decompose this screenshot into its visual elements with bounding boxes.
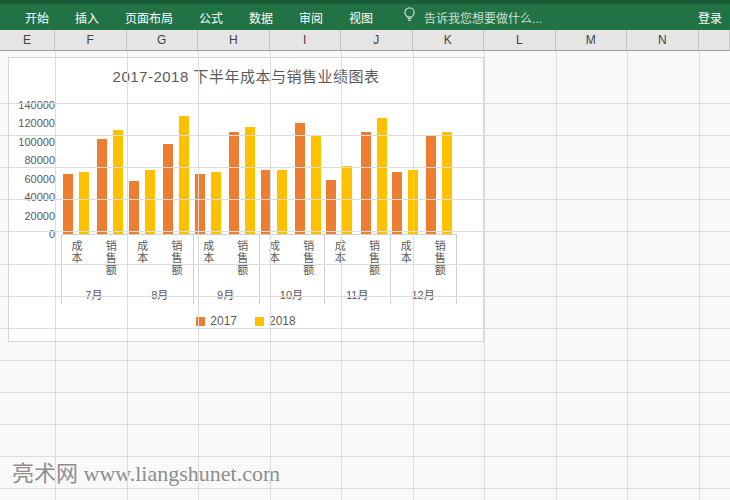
subcategory-label: 成本 [201, 240, 214, 264]
column-header-K[interactable]: K [413, 30, 485, 50]
subcategory-label: 成本 [135, 240, 148, 264]
chart-bar[interactable] [229, 132, 239, 234]
column-header-partial[interactable] [699, 30, 730, 50]
sheet-grid[interactable]: 2017-2018 下半年成本与销售业绩图表 20172018 14000012… [0, 52, 730, 500]
gridline [55, 52, 56, 500]
chart-bar[interactable] [113, 130, 123, 234]
column-header-J[interactable]: J [341, 30, 413, 50]
chart-bar[interactable] [179, 116, 189, 234]
subcategory-label: 销售额 [432, 240, 445, 276]
gridline [0, 424, 730, 425]
ribbon-bar: 开始插入页面布局公式数据审阅视图 告诉我您想要做什么... 登录 [0, 0, 730, 30]
gridline [198, 52, 199, 500]
gridline [0, 296, 730, 297]
watermark-text: 亮术网 www.liangshunet.com [12, 455, 280, 487]
legend-label: 2017 [210, 314, 237, 328]
subcategory-label: 销售额 [169, 240, 182, 276]
gridline [556, 52, 557, 500]
gridline [0, 488, 730, 489]
ribbon-tab-home[interactable]: 开始 [25, 9, 49, 26]
gridline [0, 231, 730, 232]
chart-bar[interactable] [426, 135, 436, 235]
login-button[interactable]: 登录 [698, 9, 730, 26]
chart-bar[interactable] [145, 170, 155, 234]
lightbulb-icon [403, 7, 416, 27]
month-label: 12月 [390, 286, 456, 302]
column-header-N[interactable]: N [627, 30, 699, 50]
chart-bar[interactable] [211, 172, 221, 234]
tellme-placeholder: 告诉我您想要做什么... [424, 9, 542, 26]
gridline [0, 456, 730, 457]
legend-label: 2018 [269, 314, 296, 328]
gridline [0, 103, 730, 104]
y-axis-tick-label: 0 [13, 228, 55, 240]
month-label: 9月 [193, 286, 259, 302]
chart-bar[interactable] [245, 127, 255, 234]
gridline [413, 52, 414, 500]
subcategory-label: 成本 [267, 240, 280, 264]
y-axis-tick-label: 20000 [13, 210, 55, 222]
column-header-H[interactable]: H [198, 30, 270, 50]
gridline [0, 199, 730, 200]
month-label: 8月 [127, 286, 193, 302]
chart-bar[interactable] [311, 135, 321, 235]
category-separator-line [456, 234, 457, 304]
gridline [699, 52, 700, 500]
gridline [0, 264, 730, 265]
chart-bar[interactable] [163, 144, 173, 234]
chart-bar[interactable] [79, 172, 89, 234]
gridline [0, 328, 730, 329]
y-axis-tick-label: 80000 [13, 154, 55, 166]
gridline [270, 52, 271, 500]
subcategory-label: 销售额 [103, 240, 116, 276]
tellme-search[interactable]: 告诉我您想要做什么... [403, 7, 542, 27]
chart-bar[interactable] [97, 139, 107, 234]
legend-swatch-icon [255, 317, 264, 326]
subcategory-label: 成本 [398, 240, 411, 264]
y-axis-tick-label: 120000 [13, 117, 55, 129]
chart-bar[interactable] [295, 123, 305, 234]
subcategory-label: 销售额 [235, 240, 248, 276]
ribbon-tab-formulas[interactable]: 公式 [199, 9, 223, 26]
chart-bar[interactable] [63, 174, 73, 234]
y-axis-tick-label: 140000 [13, 99, 55, 111]
subcategory-label: 销售额 [301, 240, 314, 276]
gridline [0, 392, 730, 393]
chart-bar[interactable] [326, 180, 336, 234]
chart-bar[interactable] [195, 174, 205, 234]
gridline [0, 135, 730, 136]
month-label: 10月 [259, 286, 325, 302]
subcategory-label: 成本 [332, 240, 345, 264]
chart-bar[interactable] [442, 132, 452, 234]
ribbon-tab-page-layout[interactable]: 页面布局 [125, 9, 173, 26]
excel-window: 开始插入页面布局公式数据审阅视图 告诉我您想要做什么... 登录 EFGHIJK… [0, 0, 730, 500]
y-axis-tick-label: 60000 [13, 173, 55, 185]
column-header-F[interactable]: F [55, 30, 127, 50]
ribbon-tab-data[interactable]: 数据 [249, 9, 273, 26]
gridline [627, 52, 628, 500]
month-label: 11月 [324, 286, 390, 302]
legend-item-2017[interactable]: 2017 [196, 314, 237, 328]
ribbon-tab-review[interactable]: 审阅 [299, 9, 323, 26]
column-header-M[interactable]: M [556, 30, 628, 50]
ribbon-tab-view[interactable]: 视图 [349, 9, 373, 26]
ribbon-tabs: 开始插入页面布局公式数据审阅视图 [0, 9, 373, 26]
legend-item-2018[interactable]: 2018 [255, 314, 296, 328]
subcategory-label: 销售额 [367, 240, 380, 276]
gridline [127, 52, 128, 500]
chart-bar[interactable] [392, 172, 402, 234]
chart-bar[interactable] [361, 132, 371, 234]
column-header-G[interactable]: G [127, 30, 199, 50]
column-header-E[interactable]: E [0, 30, 55, 50]
y-axis-tick-label: 40000 [13, 191, 55, 203]
ribbon-tab-insert[interactable]: 插入 [75, 9, 99, 26]
column-header-L[interactable]: L [484, 30, 556, 50]
subcategory-label: 成本 [69, 240, 82, 264]
chart-bar[interactable] [277, 170, 287, 234]
gridline [341, 52, 342, 500]
chart-bar[interactable] [129, 181, 139, 234]
gridline [0, 360, 730, 361]
column-header-I[interactable]: I [270, 30, 342, 50]
gridline [0, 167, 730, 168]
gridline [484, 52, 485, 500]
